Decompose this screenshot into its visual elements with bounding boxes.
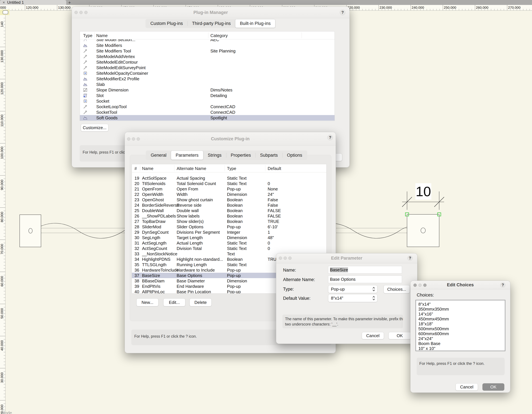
stepper-icon	[372, 287, 375, 292]
plugin-row[interactable]: Site Modifiers ToolSite Planning	[80, 48, 334, 54]
tab-subparts[interactable]: Subparts	[256, 151, 282, 160]
new-parameter-button[interactable]: New...	[136, 298, 158, 306]
ok-button[interactable]: OK	[483, 383, 504, 391]
plugin-row[interactable]: Site Modifiers	[80, 43, 334, 48]
plugin-row[interactable]: Slab	[80, 82, 334, 87]
edit-choices-titlebar[interactable]: Edit Choices ?	[410, 281, 510, 289]
param-number: 27	[134, 219, 139, 224]
parameter-row[interactable]: 21OpenFromOpen FromPop-upNone	[132, 186, 326, 192]
parameter-row[interactable]: 32ActSegCountDivision TotalStatic Text0	[132, 246, 326, 251]
help-icon[interactable]: ?	[327, 135, 333, 140]
parameter-row[interactable]: 27TopBarDrawShow slider(s)BooleanTRUE	[132, 219, 326, 224]
param-number: 39	[134, 284, 139, 289]
plugin-row[interactable]: SiteModelEditSurveyPoint	[80, 65, 334, 71]
choice-item[interactable]: 10" x 10"	[418, 346, 505, 351]
plugin-row[interactable]: Slope DimensionDims/Notes	[80, 87, 334, 93]
new-tab-button[interactable]: +	[68, 0, 71, 5]
param-alt-name: End Hardware	[177, 284, 204, 289]
tab-options[interactable]: Options	[282, 151, 307, 160]
param-default: FALSE	[268, 213, 281, 219]
default-value-dropdown[interactable]: 8"x14"	[328, 294, 377, 302]
tab-general[interactable]: General	[146, 151, 171, 160]
param-default: 0	[268, 246, 270, 251]
param-type: Static Text	[227, 240, 247, 246]
choice-item[interactable]: 18"x18"	[418, 322, 505, 326]
window-title: Plug-in Manager	[72, 10, 350, 15]
plugin-row[interactable]: SiteModifierEx2 Profile	[80, 76, 334, 82]
param-number: 22	[134, 192, 139, 197]
param-name: ActSegCount	[142, 246, 167, 251]
choice-item[interactable]: 8"x14"	[418, 302, 505, 307]
cancel-button[interactable]: Cancel	[362, 332, 384, 339]
parameter-row[interactable]: 26__ShowPDLabelsShow labelsBooleanFALSE	[132, 213, 326, 219]
parameter-row[interactable]: 29DynSegCountDivisions Per SegmentIntege…	[132, 230, 326, 235]
choice-item[interactable]: 450mmx450mm	[418, 316, 505, 322]
parameter-row[interactable]: 19ActSolSpaceActual SpacingStatic Text	[132, 175, 326, 181]
close-tab-icon[interactable]: ×	[3, 0, 5, 4]
plugin-name: SiteModelEditContour	[96, 60, 138, 65]
plugin-row[interactable]: Soft GoodsSpotlight	[80, 115, 334, 121]
help-icon[interactable]: ?	[500, 282, 505, 288]
cancel-button[interactable]: Cancel	[456, 383, 478, 391]
param-name: TTLSGLngth	[142, 262, 166, 267]
edit-parameter-titlebar[interactable]: Edit Parameter ?	[276, 253, 417, 263]
tab-parameters[interactable]: Parameters	[171, 151, 203, 160]
tab-custom-plug-ins[interactable]: Custom Plug-ins	[146, 19, 188, 28]
ok-button[interactable]: OK	[389, 332, 411, 339]
parameter-row[interactable]: 30SegLngthTarget LengthDimension48"	[132, 235, 326, 240]
tab-properties[interactable]: Properties	[226, 151, 256, 160]
customize-plugin-titlebar[interactable]: Customize Plug-in ?	[125, 132, 336, 145]
plugin-row[interactable]: SocketToolConnectCAD	[80, 110, 334, 115]
ruler-origin-widget[interactable]	[3, 10, 8, 14]
document-tab[interactable]: × Untitled 1	[0, 0, 66, 5]
plugin-row[interactable]: SiteModelAddVertex	[80, 54, 334, 59]
plugin-row[interactable]: SiteModelEditContour	[80, 59, 334, 65]
plugin-row[interactable]: Site Model Section...AEC	[80, 39, 334, 43]
edit-parameter-window: Edit Parameter ? Name: BaseSize Alternat…	[276, 253, 417, 344]
choice-item[interactable]: Boom Base	[418, 341, 505, 346]
param-number: 26	[134, 213, 139, 219]
choices-button[interactable]: Choices...	[384, 285, 410, 293]
parameters-table-header[interactable]: # Name Alternate Name Type Default	[132, 164, 326, 172]
parameter-row[interactable]: 24BorderSideReverseReverse sideBooleanFa…	[132, 202, 326, 208]
choices-list[interactable]: 8"x14"350mmx350mm14"x16"450mmx450mm18"x1…	[415, 300, 505, 351]
plugin-manager-titlebar[interactable]: Plug-in Manager ?	[72, 7, 350, 18]
choice-item[interactable]: 14"x16"	[418, 312, 505, 316]
choice-item[interactable]: 24"x24"	[418, 336, 505, 341]
choice-item[interactable]: 600mmx600mm	[418, 331, 505, 336]
choice-item[interactable]: 350mmx350mm	[418, 307, 505, 312]
plugin-row[interactable]: SiteModelOpacityContainer	[80, 71, 334, 76]
plugin-table-header[interactable]: Type Name Category	[80, 31, 334, 39]
parameter-row[interactable]: 23OpenGhostShow ghost curtainBooleanFals…	[132, 197, 326, 202]
help-icon[interactable]: ?	[407, 256, 413, 261]
parameter-row[interactable]	[132, 172, 326, 175]
param-default: 24"	[268, 192, 274, 197]
alternate-name-field[interactable]: Base Options	[328, 276, 402, 283]
param-alt-name: Highlight non-standard...	[177, 257, 223, 262]
parameter-row[interactable]: 28SliderModSlider OptionsPop-up6'-10'	[132, 224, 326, 230]
tab-built-in-plug-ins[interactable]: Built-in Plug-ins	[235, 19, 275, 28]
help-icon[interactable]: ?	[340, 10, 345, 15]
tab-third-party-plug-ins[interactable]: Third-party Plug-ins	[188, 19, 235, 28]
parameter-row[interactable]: 25DoubleWallDouble wallBooleanFALSE	[132, 208, 326, 213]
parameter-row[interactable]: 22OpenWidthWidthDimension24"	[132, 192, 326, 197]
customize-button[interactable]: Customize...	[81, 124, 108, 131]
plugin-row[interactable]: SlotDetailing	[80, 93, 334, 98]
param-type: Dimension	[227, 278, 247, 283]
delete-parameter-button[interactable]: Delete	[190, 298, 211, 306]
plugin-row[interactable]: Socket	[80, 98, 334, 104]
tab-strings[interactable]: Strings	[203, 151, 226, 160]
tool-icon	[83, 110, 87, 114]
param-default: False	[268, 197, 278, 202]
param-alt-name: Base Pin Location	[177, 289, 211, 294]
param-number: 37	[134, 273, 139, 278]
name-field[interactable]: BaseSize	[328, 266, 402, 274]
plugin-row[interactable]: SocketLoopToolConnectCAD	[80, 104, 334, 110]
choice-item[interactable]: 500mmx500mm	[418, 326, 505, 331]
parameter-row[interactable]: 20TtlSolenoidsTotal Solenoid CountStatic…	[132, 181, 326, 186]
dimension-label[interactable]: 10	[415, 183, 431, 200]
edit-parameter-button[interactable]: Edit...	[163, 298, 185, 306]
type-dropdown[interactable]: Pop-up	[328, 285, 377, 293]
parameter-row[interactable]: 31ActSegLngthActual LengthStatic Text0	[132, 240, 326, 246]
tool-icon	[83, 55, 87, 59]
